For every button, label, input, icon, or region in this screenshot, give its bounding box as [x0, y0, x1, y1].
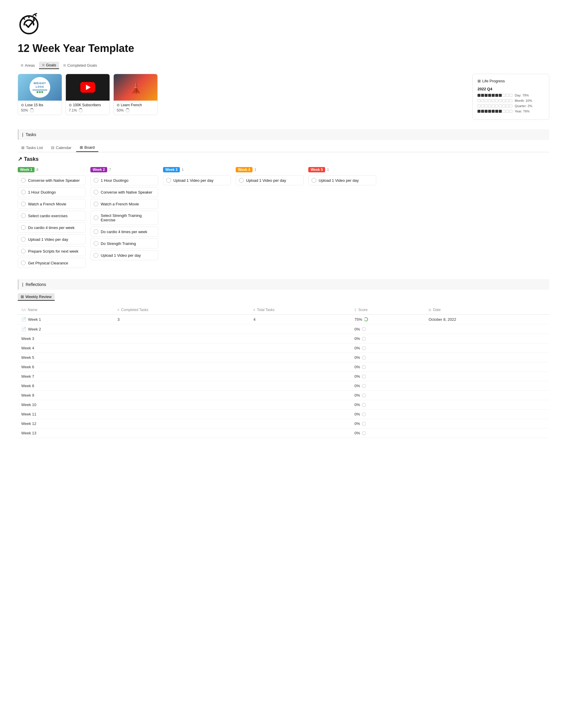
- th-date: ⊟ Date: [425, 305, 549, 315]
- task-card[interactable]: 1 Hour Duolingo: [18, 187, 86, 197]
- task-card[interactable]: Upload 1 Video per day: [308, 175, 376, 185]
- week-name-text: Week 12: [21, 421, 36, 426]
- cell-name: Week 4: [18, 343, 114, 353]
- task-card[interactable]: Do cardio 4 times per week: [90, 227, 158, 237]
- task-card[interactable]: Upload 1 Video per day: [236, 175, 304, 185]
- task-card[interactable]: Upload 1 Video per day: [18, 234, 86, 244]
- task-card[interactable]: Upload 1 Video per day: [163, 175, 231, 185]
- cell-total-tasks: [250, 353, 351, 362]
- reflections-wrapper: | Reflections ⊞ Weekly Review 𝔸𝔸 Name # …: [18, 279, 549, 438]
- table-row[interactable]: 📄Week 20%: [18, 324, 549, 334]
- life-progress-box: ⊞ Life Progress 2022 Q4 Day:: [473, 74, 549, 120]
- table-row[interactable]: Week 60%: [18, 362, 549, 372]
- task-card[interactable]: Select Strength Training Exercise: [90, 211, 158, 225]
- task-checkbox[interactable]: [21, 202, 26, 206]
- task-label: Upload 1 Video per day: [101, 253, 141, 258]
- task-checkbox[interactable]: [21, 249, 26, 253]
- table-row[interactable]: Week 50%: [18, 353, 549, 362]
- goal-card-100k-subscribers[interactable]: ⊙ 100K Subscribers 7.1%: [66, 74, 110, 115]
- goals-icon: ⊞: [42, 63, 45, 67]
- week3-badge: Week 3: [163, 167, 180, 172]
- task-checkbox[interactable]: [21, 225, 26, 230]
- task-card[interactable]: Converse with Native Speaker: [18, 175, 86, 185]
- reflections-section-header: | Reflections: [18, 279, 549, 290]
- cell-name: Week 11: [18, 410, 114, 419]
- table-row[interactable]: Week 110%: [18, 410, 549, 419]
- table-row[interactable]: Week 90%: [18, 391, 549, 400]
- goal-card-body: ⊙ 100K Subscribers 7.1%: [66, 101, 109, 115]
- task-checkbox[interactable]: [94, 215, 98, 220]
- task-checkbox[interactable]: [312, 178, 316, 183]
- task-label: 1 Hour Duolingo: [28, 190, 56, 194]
- week-name-text: Week 1: [28, 317, 41, 322]
- task-checkbox[interactable]: [21, 190, 26, 194]
- tasks-arrow-icon: ↗: [18, 156, 22, 162]
- task-card[interactable]: Watch a French Movie: [18, 199, 86, 209]
- table-row[interactable]: Week 130%: [18, 428, 549, 438]
- table-row[interactable]: Week 80%: [18, 381, 549, 391]
- task-card[interactable]: 1 Hour Duolingo: [90, 175, 158, 185]
- cell-date: October 8, 2022: [425, 315, 549, 324]
- goal-image-youtube: [66, 74, 109, 101]
- weekly-review-table: 𝔸𝔸 Name # Completed Tasks # Total Tasks …: [18, 305, 549, 438]
- cell-score: 0%: [351, 334, 425, 343]
- goal-card-learn-french[interactable]: 🗼 ⊙ Learn French 50%: [113, 74, 158, 115]
- task-card[interactable]: Get Physical Clearance: [18, 258, 86, 268]
- tab-goals[interactable]: ⊞ Goals: [39, 62, 59, 69]
- task-checkbox[interactable]: [166, 178, 171, 183]
- task-checkbox[interactable]: [94, 178, 98, 183]
- table-row[interactable]: Week 100%: [18, 400, 549, 410]
- table-row[interactable]: Week 40%: [18, 343, 549, 353]
- task-checkbox[interactable]: [94, 190, 98, 194]
- cell-date: [425, 353, 549, 362]
- week-name-text: Week 10: [21, 403, 36, 407]
- table-row[interactable]: Week 30%: [18, 334, 549, 343]
- th-completed-tasks: # Completed Tasks: [114, 305, 250, 315]
- task-label: Watch a French Movie: [101, 202, 139, 206]
- cell-total-tasks: [250, 410, 351, 419]
- cell-score: 0%: [351, 362, 425, 372]
- task-checkbox[interactable]: [94, 241, 98, 246]
- cell-total-tasks: [250, 334, 351, 343]
- task-card[interactable]: Converse with Native Speaker: [90, 187, 158, 197]
- tab-board[interactable]: ⊞ Board: [76, 143, 98, 152]
- task-card[interactable]: Upload 1 Video per day: [90, 250, 158, 260]
- lp-block: [495, 104, 498, 107]
- cell-score: 0%: [351, 428, 425, 438]
- tab-calendar[interactable]: ⊟ Calendar: [48, 143, 75, 152]
- logo-area: [18, 12, 549, 36]
- score-spinner: [362, 384, 366, 388]
- task-checkbox[interactable]: [94, 253, 98, 258]
- tab-areas[interactable]: ⊞ Areas: [18, 62, 38, 69]
- lp-block: [506, 94, 509, 97]
- task-checkbox[interactable]: [21, 213, 26, 218]
- task-card[interactable]: Do Strength Training: [90, 238, 158, 248]
- task-checkbox[interactable]: [21, 261, 26, 265]
- score-spinner: [362, 431, 366, 435]
- week-name-text: Week 11: [21, 412, 36, 416]
- table-row[interactable]: Week 120%: [18, 419, 549, 428]
- task-label: Converse with Native Speaker: [28, 178, 80, 183]
- task-label: Upload 1 Video per day: [319, 178, 359, 183]
- tab-weekly-review[interactable]: ⊞ Weekly Review: [18, 293, 55, 301]
- task-card[interactable]: Do cardio 4 times per week: [18, 223, 86, 233]
- task-checkbox[interactable]: [94, 229, 98, 234]
- task-checkbox[interactable]: [239, 178, 243, 183]
- cell-completed-tasks: [114, 353, 250, 362]
- tab-completed-goals[interactable]: ⊞ Completed Goals: [60, 62, 100, 69]
- lp-block: [478, 94, 481, 97]
- tab-tasks-list[interactable]: ⊞ Tasks List: [18, 143, 46, 152]
- task-checkbox[interactable]: [21, 178, 26, 183]
- task-card[interactable]: Prepare Scripts for next week: [18, 246, 86, 256]
- task-checkbox[interactable]: [21, 237, 26, 242]
- task-card[interactable]: Select cardio exercises: [18, 211, 86, 221]
- table-row[interactable]: Week 70%: [18, 372, 549, 381]
- board-icon: ⊞: [80, 145, 83, 150]
- task-card[interactable]: Watch a French Movie: [90, 199, 158, 209]
- cell-total-tasks: 4: [250, 315, 351, 324]
- lp-block: [499, 99, 502, 102]
- lp-block: [502, 104, 505, 107]
- task-checkbox[interactable]: [94, 202, 98, 206]
- goal-card-lose-15-lbs[interactable]: WEIGHT LOSS ⊙ Lose 15 lbs: [18, 74, 62, 115]
- table-row[interactable]: 📄Week 13475%October 8, 2022: [18, 315, 549, 324]
